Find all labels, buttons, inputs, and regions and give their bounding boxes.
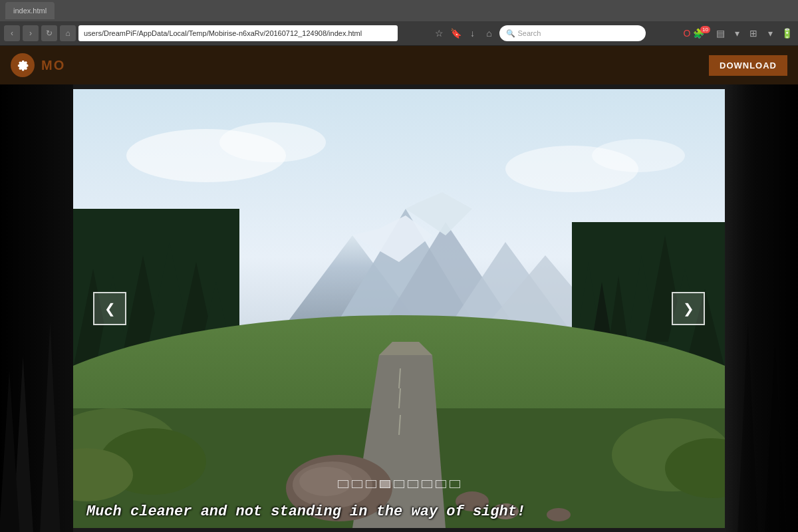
gear-icon bbox=[11, 53, 35, 77]
next-icon: ❯ bbox=[683, 301, 694, 317]
bookmark-icon[interactable]: 🔖 bbox=[449, 26, 464, 41]
battery-icon[interactable]: 🔋 bbox=[779, 26, 794, 41]
indicator-5[interactable] bbox=[394, 480, 404, 488]
badge-count: 10 bbox=[700, 26, 710, 33]
carousel-prev-button[interactable]: ❮ bbox=[93, 292, 126, 325]
browser-chrome: index.html ‹ › ↻ ⌂ users/DreamPiF/AppDat… bbox=[0, 0, 798, 46]
app-title: MO bbox=[41, 58, 65, 73]
indicator-7[interactable] bbox=[422, 480, 432, 488]
opera-icon[interactable]: O bbox=[680, 26, 694, 41]
svg-point-7 bbox=[219, 122, 326, 162]
browser-tab[interactable]: index.html bbox=[5, 2, 55, 19]
back-button[interactable]: ‹ bbox=[4, 25, 20, 41]
indicator-2[interactable] bbox=[352, 480, 362, 488]
indicator-8[interactable] bbox=[436, 480, 446, 488]
url-text: users/DreamPiF/AppData/Local/Temp/Mobiri… bbox=[84, 29, 362, 37]
indicator-6[interactable] bbox=[408, 480, 418, 488]
indicator-9[interactable] bbox=[450, 480, 460, 488]
carousel-next-button[interactable]: ❯ bbox=[672, 292, 705, 325]
house-icon[interactable]: ⌂ bbox=[482, 26, 497, 41]
indicator-4[interactable] bbox=[380, 480, 390, 488]
indicator-3[interactable] bbox=[366, 480, 376, 488]
search-placeholder: Search bbox=[518, 29, 541, 37]
slideshow-container: ❮ ❯ Much cleaner and not standing in the… bbox=[73, 89, 725, 528]
home-button[interactable]: ⌂ bbox=[60, 25, 76, 41]
search-bar[interactable]: 🔍 Search bbox=[499, 25, 646, 41]
browser-action-icons: O 🧩 10 ▤ ▾ ⊞ ▾ 🔋 bbox=[680, 26, 794, 41]
search-icon: 🔍 bbox=[506, 29, 515, 38]
right-side-panel bbox=[725, 84, 798, 532]
star-icon[interactable]: ☆ bbox=[432, 26, 447, 41]
menu-icon[interactable]: ▾ bbox=[763, 26, 777, 41]
download-nav-icon[interactable]: ↓ bbox=[466, 26, 480, 41]
download-button[interactable]: DOWNLOAD bbox=[709, 55, 787, 76]
reload-button[interactable]: ↻ bbox=[41, 25, 57, 41]
landscape-image bbox=[73, 89, 725, 528]
left-side-panel bbox=[0, 84, 73, 532]
indicator-1[interactable] bbox=[338, 480, 348, 488]
forward-button[interactable]: › bbox=[23, 25, 39, 41]
tab-label: index.html bbox=[13, 7, 47, 15]
browser-nav-bar: ‹ › ↻ ⌂ users/DreamPiF/AppData/Local/Tem… bbox=[0, 21, 798, 45]
slide-indicators bbox=[338, 480, 460, 488]
nav-icons: ☆ 🔖 ↓ ⌂ bbox=[432, 26, 497, 41]
main-content: ❮ ❯ Much cleaner and not standing in the… bbox=[0, 84, 798, 532]
svg-rect-52 bbox=[725, 84, 798, 532]
svg-point-9 bbox=[592, 139, 685, 172]
app-header: MO DOWNLOAD bbox=[0, 46, 798, 84]
url-bar[interactable]: users/DreamPiF/AppData/Local/Temp/Mobiri… bbox=[78, 25, 398, 41]
extensions-icon[interactable]: 🧩 10 bbox=[696, 26, 711, 41]
caption-text: Much cleaner and not standing in the way… bbox=[86, 503, 525, 520]
panels-icon[interactable]: ▤ bbox=[713, 26, 728, 41]
browser-tab-bar: index.html bbox=[0, 0, 798, 21]
dropdown-icon[interactable]: ▾ bbox=[730, 26, 744, 41]
slide-caption: Much cleaner and not standing in the way… bbox=[86, 503, 712, 520]
speed-dial-icon[interactable]: ⊞ bbox=[746, 26, 761, 41]
prev-icon: ❮ bbox=[104, 301, 116, 317]
